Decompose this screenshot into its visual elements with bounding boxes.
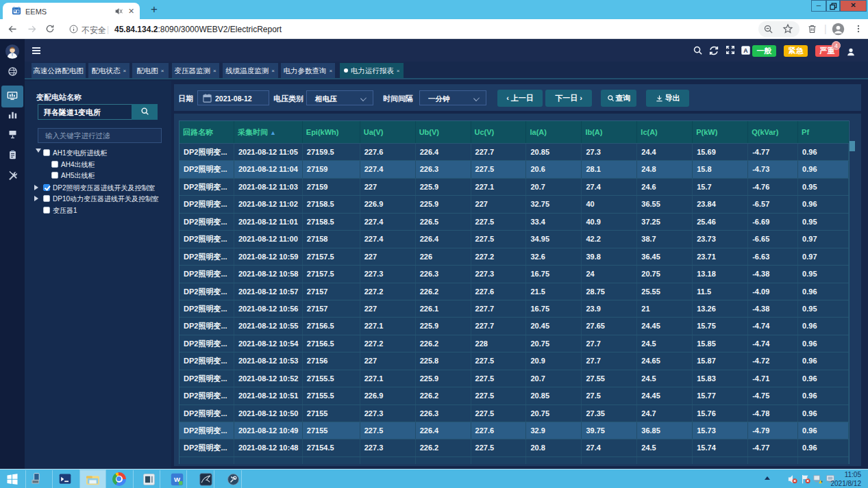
svg-text:A: A [743, 47, 748, 54]
